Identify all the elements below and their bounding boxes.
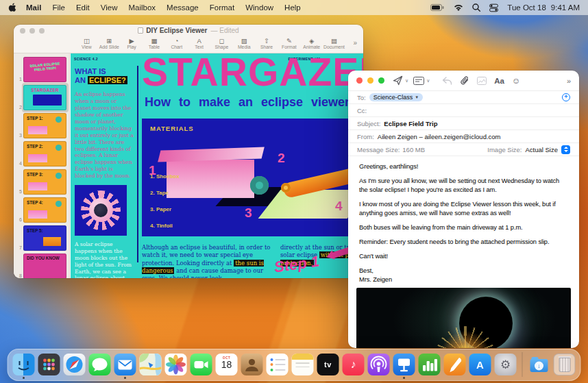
signoff-name[interactable]: Mrs. Zeigen bbox=[359, 275, 568, 284]
dock-item-calendar[interactable]: OCT18 bbox=[216, 354, 238, 375]
dock-item-app-store[interactable]: A bbox=[469, 354, 491, 375]
body-paragraph[interactable]: As I'm sure you all know, we will be set… bbox=[359, 177, 568, 195]
wifi-icon[interactable] bbox=[454, 4, 463, 12]
control-center-icon[interactable] bbox=[489, 3, 498, 12]
subject-label: Subject: bbox=[357, 120, 380, 127]
dock-item-safari[interactable] bbox=[64, 354, 86, 375]
menu-clock[interactable]: Tue Oct 189:41 AM bbox=[507, 3, 580, 12]
format-icon: ✎ bbox=[286, 37, 292, 45]
menu-app-mail[interactable]: Mail bbox=[21, 3, 47, 12]
dock-item-facetime[interactable] bbox=[191, 354, 212, 375]
add-recipient-button[interactable]: + bbox=[562, 93, 570, 101]
shape-button[interactable]: ◻Shape bbox=[210, 37, 233, 49]
slide-5-row: 5STEP 3: bbox=[15, 169, 66, 195]
body-paragraph[interactable]: Can't wait! bbox=[359, 252, 568, 261]
menu-help[interactable]: Help bbox=[279, 3, 306, 12]
menu-message[interactable]: Message bbox=[161, 3, 204, 12]
dock-item-mail[interactable] bbox=[114, 354, 136, 375]
dock-item-podcasts[interactable] bbox=[368, 354, 390, 375]
dock-item-keynote[interactable] bbox=[393, 354, 415, 375]
eclipse-paragraph: An eclipse happens when a moon or planet… bbox=[75, 91, 134, 180]
dock-item-music[interactable]: ♪ bbox=[343, 354, 365, 375]
header-fields-button[interactable] bbox=[413, 77, 424, 85]
slide-subtitle: How to make an eclipse viewer! bbox=[145, 95, 354, 110]
emoji-button[interactable]: ☺ bbox=[512, 77, 520, 85]
format-fonts-button[interactable]: Aa bbox=[494, 77, 504, 85]
dock-item-maps[interactable] bbox=[140, 354, 162, 375]
slide-thumbnail-5[interactable]: STEP 3: bbox=[23, 169, 66, 195]
signoff-line[interactable]: Best, bbox=[359, 267, 568, 275]
dock-item-pages[interactable] bbox=[444, 354, 466, 375]
dock-item-contacts[interactable] bbox=[241, 354, 263, 375]
dock-item-finder[interactable] bbox=[13, 354, 35, 375]
body-paragraph[interactable]: Both buses will be leaving from the main… bbox=[359, 223, 568, 232]
from-field[interactable]: From: Aileen Zeigen – aileen.zeigen@iclo… bbox=[348, 129, 579, 143]
play-button[interactable]: ▶Play bbox=[121, 37, 143, 49]
format-button[interactable]: ✎Format bbox=[278, 37, 300, 49]
animate-button[interactable]: ◈Animate bbox=[300, 37, 323, 49]
dock-item-settings[interactable]: ⚙ bbox=[495, 354, 517, 375]
text-button[interactable]: AText bbox=[188, 37, 210, 49]
minimize-button[interactable] bbox=[367, 77, 373, 84]
body-paragraph[interactable]: Greetings, earthlings! bbox=[359, 162, 568, 171]
dock-item-messages[interactable] bbox=[89, 354, 111, 375]
document-button[interactable]: ▤Document bbox=[323, 37, 345, 49]
image-size-stepper[interactable] bbox=[561, 145, 570, 154]
cc-field[interactable]: Cc: bbox=[348, 103, 579, 116]
body-paragraph[interactable]: Reminder: Every student needs to bring t… bbox=[359, 238, 568, 247]
slide-thumbnail-4[interactable]: STEP 2: bbox=[23, 141, 66, 166]
view-button[interactable]: ◫View bbox=[75, 37, 98, 49]
dock-item-launchpad[interactable] bbox=[38, 354, 60, 375]
menu-mailbox[interactable]: Mailbox bbox=[123, 3, 161, 12]
slide-thumbnail-1[interactable]: SOLAR ECLIPSE FIELD TRIP! bbox=[23, 57, 66, 82]
menu-edit[interactable]: Edit bbox=[71, 3, 95, 12]
toolbar-overflow-icon[interactable]: » bbox=[353, 39, 357, 47]
keynote-window: DIY Eclipse Viewer— Edited ◫View ⊞Add Sl… bbox=[14, 25, 363, 278]
media-button[interactable]: ▨Media bbox=[233, 37, 256, 49]
to-field[interactable]: To: Science-Class▼ + bbox=[348, 90, 579, 103]
header-fields-dropdown-icon[interactable]: ∨ bbox=[426, 78, 430, 84]
slide-thumbnail-2[interactable]: STARGAZER bbox=[23, 85, 66, 110]
mail-window-controls[interactable] bbox=[356, 77, 384, 84]
send-dropdown-icon[interactable]: ∨ bbox=[405, 78, 408, 84]
dock-item-numbers[interactable] bbox=[419, 354, 441, 375]
dock-item-photos[interactable] bbox=[165, 354, 187, 375]
dock-item-downloads[interactable]: ↓ bbox=[528, 354, 550, 375]
table-button[interactable]: ▦Table bbox=[143, 37, 165, 49]
settings-gear-icon: ⚙ bbox=[495, 354, 517, 375]
spotlight-search-icon[interactable] bbox=[472, 3, 480, 12]
eclipse-photo-attachment[interactable] bbox=[356, 288, 571, 348]
slide-thumbnail-3[interactable]: STEP 1: bbox=[23, 113, 66, 138]
battery-icon[interactable] bbox=[430, 4, 445, 11]
body-paragraph[interactable]: I know most of you are doing the Eclipse… bbox=[359, 200, 568, 218]
apple-menu-icon[interactable] bbox=[8, 3, 16, 12]
recipient-token[interactable]: Science-Class▼ bbox=[369, 93, 423, 101]
send-button[interactable] bbox=[393, 75, 403, 86]
share-button[interactable]: ⇧Share bbox=[256, 37, 278, 49]
slide-thumbnail-6[interactable]: STEP 4: bbox=[23, 197, 66, 223]
menu-format[interactable]: Format bbox=[204, 3, 240, 12]
close-button[interactable] bbox=[356, 77, 363, 84]
solar-eclipse-paragraph: A solar eclipse happens when the moon bl… bbox=[75, 241, 134, 278]
slide-thumbnail-7[interactable]: STEP 5: bbox=[23, 225, 66, 251]
message-body[interactable]: Greetings, earthlings! As I'm sure you a… bbox=[348, 156, 579, 287]
menu-window[interactable]: Window bbox=[240, 3, 279, 12]
keynote-titlebar[interactable]: DIY Eclipse Viewer— Edited bbox=[14, 25, 363, 36]
dock-item-notes[interactable] bbox=[292, 354, 314, 375]
add-slide-button[interactable]: ⊞Add Slide bbox=[98, 37, 121, 49]
menu-view[interactable]: View bbox=[95, 3, 123, 12]
menu-file[interactable]: File bbox=[47, 3, 71, 12]
dock-item-trash[interactable] bbox=[554, 354, 576, 375]
chart-button[interactable]: ◔Chart bbox=[165, 37, 188, 49]
course-label: SCIENCE 4.2 bbox=[74, 57, 98, 61]
media-icon: ▨ bbox=[241, 37, 247, 45]
slide-8-row: 8DID YOU KNOW bbox=[15, 254, 66, 278]
subject-field[interactable]: Subject: Eclipse Field Trip bbox=[348, 116, 579, 129]
more-toolbar-icon[interactable]: » bbox=[567, 77, 571, 85]
slide-thumbnail-8[interactable]: DID YOU KNOW bbox=[23, 254, 66, 278]
slide-canvas[interactable]: SCIENCE 4.2 EXPERIMENT #11 WHAT IS AN EC… bbox=[70, 53, 363, 278]
attach-button[interactable] bbox=[460, 75, 469, 86]
dock-item-tv[interactable]: tv bbox=[317, 354, 339, 375]
dock-item-reminders[interactable] bbox=[267, 354, 289, 375]
zoom-button[interactable] bbox=[378, 77, 384, 84]
